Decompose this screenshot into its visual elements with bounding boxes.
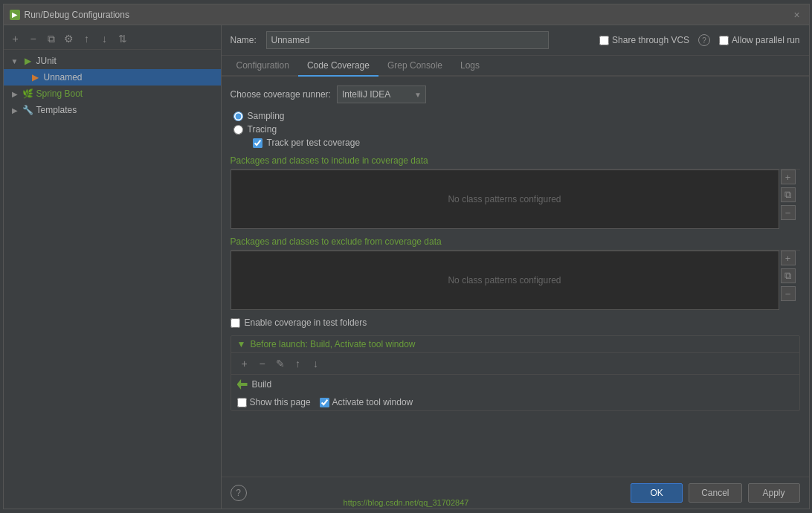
tree-item-templates[interactable]: ▶ 🔧 Templates	[4, 102, 221, 118]
exclude-placeholder: No class patterns configured	[448, 275, 561, 285]
tracing-radio-row: Tracing	[233, 124, 800, 135]
spring-icon: 🌿	[23, 88, 33, 99]
bl-up-button[interactable]: ↑	[291, 356, 306, 371]
junit-label: JUnit	[36, 56, 57, 66]
dialog-icon: ▶	[10, 10, 20, 20]
activate-tool-checkbox[interactable]	[320, 398, 329, 407]
show-page-label: Show this page	[250, 397, 311, 407]
title-bar: ▶ Run/Debug Configurations ×	[4, 4, 809, 25]
activate-tool-checkbox-row: Activate tool window	[320, 397, 413, 407]
tracing-radio[interactable]	[233, 125, 243, 135]
junit-toggle[interactable]: ▼	[10, 56, 20, 66]
enable-test-folders-checkbox[interactable]	[231, 318, 240, 328]
remove-config-button[interactable]: −	[26, 31, 41, 46]
include-placeholder: No class patterns configured	[448, 194, 561, 204]
left-toolbar: + − ⧉ ⚙ ↑ ↓ ⇅	[4, 28, 221, 50]
name-row: Name: Share through VCS ? Allow parallel…	[222, 25, 809, 56]
share-vcs-checkbox[interactable]	[599, 36, 609, 45]
sampling-radio-row: Sampling	[233, 111, 800, 121]
bl-add-button[interactable]: +	[237, 356, 252, 371]
parallel-run-checkbox-row: Allow parallel run	[719, 35, 799, 45]
tracing-label: Tracing	[248, 124, 277, 135]
bottom-checkboxes: Show this page Activate tool window	[231, 394, 799, 410]
enable-test-folders-row: Enable coverage in test folders	[231, 317, 800, 328]
tab-grep-console[interactable]: Grep Console	[378, 56, 451, 77]
track-per-test-label: Track per test coverage	[267, 138, 361, 148]
build-row: Build	[231, 375, 799, 394]
enable-test-folders-label: Enable coverage in test folders	[245, 317, 367, 328]
name-label: Name:	[231, 35, 260, 45]
templates-icon: 🔧	[23, 105, 33, 115]
name-input[interactable]	[266, 31, 549, 49]
tab-logs[interactable]: Logs	[451, 56, 489, 77]
parallel-run-checkbox[interactable]	[719, 36, 729, 45]
before-launch-section: ▼ Before launch: Build, Activate tool wi…	[231, 335, 800, 411]
bl-edit-button[interactable]: ✎	[273, 356, 288, 371]
help-icon[interactable]: ?	[698, 34, 710, 46]
include-remove-button[interactable]: −	[781, 205, 796, 220]
exclude-add-button[interactable]: +	[781, 251, 796, 265]
exclude-patterns-box: No class patterns configured	[231, 251, 779, 310]
coverage-runner-label: Choose coverage runner:	[231, 89, 331, 100]
bl-remove-button[interactable]: −	[255, 356, 270, 371]
tab-configuration[interactable]: Configuration	[228, 56, 298, 77]
coverage-mode-group: Sampling Tracing Track per test coverage	[231, 111, 800, 148]
before-launch-label: Before launch: Build, Activate tool wind…	[250, 339, 415, 349]
share-vcs-label: Share through VCS	[612, 35, 689, 45]
coverage-runner-select[interactable]: IntelliJ IDEA JaCoCo	[337, 86, 426, 103]
templates-toggle[interactable]: ▶	[10, 105, 20, 115]
sampling-label: Sampling	[248, 111, 285, 121]
exclude-copy-button[interactable]: ⧉	[781, 268, 796, 283]
content-area: + − ⧉ ⚙ ↑ ↓ ⇅ ▼ ▶ JUnit ▶ Unnamed	[4, 25, 809, 509]
include-section-label: Packages and classes to include in cover…	[231, 155, 800, 170]
collapse-icon: ▼	[237, 339, 246, 349]
tab-code-coverage[interactable]: Code Coverage	[298, 56, 378, 77]
sort-button[interactable]: ⇅	[115, 31, 130, 46]
left-panel: + − ⧉ ⚙ ↑ ↓ ⇅ ▼ ▶ JUnit ▶ Unnamed	[4, 25, 222, 509]
add-config-button[interactable]: +	[8, 31, 23, 46]
move-up-button[interactable]: ↑	[80, 31, 94, 46]
spring-toggle[interactable]: ▶	[10, 88, 20, 99]
exclude-remove-button[interactable]: −	[781, 286, 796, 301]
top-options: Share through VCS ? Allow parallel run	[599, 34, 799, 46]
unnamed-label: Unnamed	[44, 72, 83, 83]
exclude-patterns-wrapper: No class patterns configured + ⧉ −	[231, 251, 779, 310]
show-page-checkbox-row: Show this page	[237, 397, 311, 407]
exclude-side-buttons: + ⧉ −	[781, 251, 796, 301]
tree-item-spring-boot[interactable]: ▶ 🌿 Spring Boot	[4, 86, 221, 102]
include-copy-button[interactable]: ⧉	[781, 187, 796, 202]
sampling-radio[interactable]	[233, 112, 243, 121]
track-per-test-checkbox[interactable]	[253, 138, 262, 148]
parallel-run-label: Allow parallel run	[732, 35, 799, 45]
copy-config-button[interactable]: ⧉	[44, 31, 59, 46]
activate-tool-label: Activate tool window	[332, 397, 413, 407]
build-label: Build	[252, 379, 272, 390]
config-tree: ▼ ▶ JUnit ▶ Unnamed ▶ 🌿 Spring Boot ▶	[4, 50, 221, 509]
before-launch-toolbar: + − ✎ ↑ ↓	[231, 353, 799, 375]
track-per-test-row: Track per test coverage	[233, 138, 800, 148]
coverage-runner-row: Choose coverage runner: IntelliJ IDEA Ja…	[231, 86, 800, 103]
move-down-button[interactable]: ↓	[97, 31, 112, 46]
build-icon	[237, 379, 248, 390]
show-page-checkbox[interactable]	[237, 398, 247, 407]
tree-item-junit[interactable]: ▼ ▶ JUnit	[4, 53, 221, 69]
include-section: Packages and classes to include in cover…	[231, 155, 800, 229]
tab-content-code-coverage: Choose coverage runner: IntelliJ IDEA Ja…	[222, 77, 809, 477]
unnamed-icon: ▶	[30, 72, 41, 83]
close-button[interactable]: ×	[791, 9, 803, 21]
coverage-runner-select-wrapper: IntelliJ IDEA JaCoCo ▼	[337, 86, 426, 103]
include-side-buttons: + ⧉ −	[781, 170, 796, 220]
title-bar-left: ▶ Run/Debug Configurations	[10, 10, 129, 20]
tree-item-unnamed[interactable]: ▶ Unnamed	[4, 69, 221, 86]
tabs-row: Configuration Code Coverage Grep Console…	[222, 56, 809, 77]
right-panel: Name: Share through VCS ? Allow parallel…	[222, 25, 809, 509]
junit-icon: ▶	[23, 56, 33, 66]
settings-button[interactable]: ⚙	[62, 31, 77, 46]
share-vcs-checkbox-row: Share through VCS	[599, 35, 689, 45]
before-launch-header[interactable]: ▼ Before launch: Build, Activate tool wi…	[231, 336, 799, 353]
exclude-section-label: Packages and classes to exclude from cov…	[231, 236, 800, 251]
exclude-section: Packages and classes to exclude from cov…	[231, 236, 800, 310]
bl-down-button[interactable]: ↓	[309, 356, 323, 371]
templates-label: Templates	[36, 105, 77, 115]
include-add-button[interactable]: +	[781, 170, 796, 184]
